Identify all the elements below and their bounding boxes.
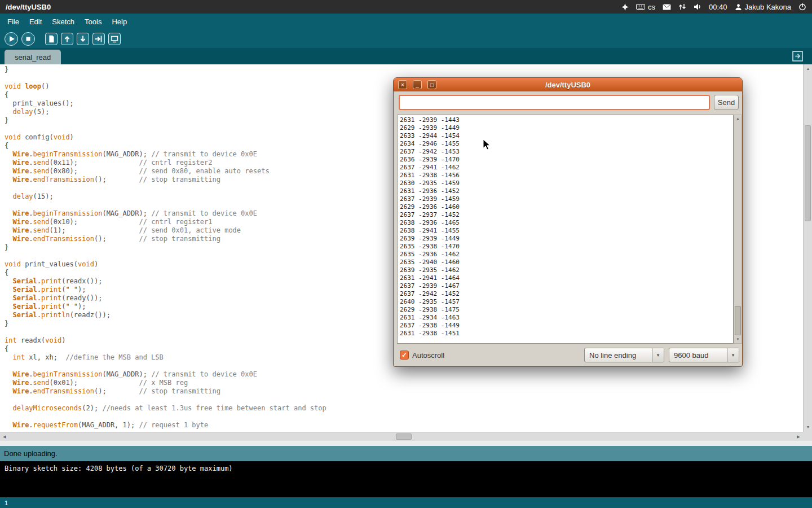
network-sync-icon[interactable] [678,3,686,11]
active-window-title: /dev/ttyUSB0 [6,3,51,11]
scrollbar-corner [803,432,812,441]
baud-rate-select[interactable]: 9600 baud ▾ [669,348,739,362]
keyboard-icon [636,3,645,10]
serial-monitor-icon [109,33,120,45]
code-line: } [5,65,803,74]
serial-monitor-button[interactable] [108,33,121,45]
serial-line: 2631 -2939 -1443 [400,116,731,124]
new-sketch-button[interactable] [45,33,58,45]
serial-line: 2637 -2937 -1452 [400,211,731,219]
toolbar [0,29,812,48]
close-icon[interactable]: × [398,80,407,89]
upload-button[interactable] [92,33,105,45]
serial-output[interactable]: 2631 -2939 -14432629 -2939 -14492633 -29… [397,115,734,344]
menu-sketch[interactable]: Sketch [47,15,80,29]
send-button[interactable]: Send [714,95,739,110]
mail-icon[interactable] [663,4,671,10]
scroll-right-arrow-icon[interactable]: ▶ [794,432,803,441]
line-ending-select[interactable]: No line ending ▾ [584,348,664,362]
stop-button[interactable] [21,32,35,46]
serial-line: 2629 -2939 -1449 [400,124,731,132]
serial-line: 2637 -2942 -1452 [400,290,731,298]
serial-monitor-title: /dev/ttyUSB0 [545,81,590,89]
code-line: Wire.beginTransmission(MAG_ADDR); // tra… [5,370,803,379]
serial-line: 2630 -2935 -1459 [400,179,731,187]
serial-line: 2635 -2938 -1470 [400,243,731,251]
serial-send-input[interactable] [399,95,710,110]
code-line [5,396,803,404]
desktop: /dev/ttyUSB0 cs 00:40 Jakub Kakona File … [0,0,812,508]
top-panel: /dev/ttyUSB0 cs 00:40 Jakub Kakona [0,0,812,14]
serial-line: 2639 -2939 -1449 [400,235,731,243]
line-number-indicator: 1 [5,500,8,506]
serial-line: 2631 -2938 -1451 [400,330,731,338]
line-ending-value: No line ending [585,351,652,360]
divider-strip [0,441,812,446]
tab-label: serial_read [15,53,51,62]
chevron-down-icon: ▾ [652,348,664,362]
user-name-label: Jakub Kakona [745,3,791,11]
new-file-icon [46,33,57,45]
console-text: Binary sketch size: 4208 bytes (of a 307… [5,465,233,472]
maximize-icon[interactable]: □ [427,80,436,89]
editor-horizontal-scrollbar[interactable]: ◀ ▶ [0,432,803,441]
down-arrow-icon [77,33,89,45]
open-sketch-button[interactable] [61,33,73,45]
window-controls: × _ □ [398,80,436,89]
user-menu[interactable]: Jakub Kakona [735,3,791,11]
tab-serial-read[interactable]: serial_read [5,50,61,64]
autoscroll-label: Autoscroll [412,351,444,360]
serial-line: 2633 -2944 -1454 [400,132,731,140]
scroll-down-arrow-icon[interactable]: ▼ [804,423,812,432]
scroll-left-arrow-icon[interactable]: ◀ [0,432,9,441]
menu-help[interactable]: Help [107,15,132,29]
serial-line: 2631 -2941 -1464 [400,274,731,282]
vertical-scroll-thumb[interactable] [805,125,811,221]
serial-line: 2637 -2942 -1453 [400,148,731,156]
console-output[interactable]: Binary sketch size: 4208 bytes (of a 307… [0,461,812,497]
serial-line: 2636 -2939 -1470 [400,156,731,164]
tab-menu-button[interactable] [792,51,803,62]
status-message: Done uploading. [4,449,58,458]
system-tray: cs 00:40 Jakub Kakona [621,3,806,11]
scroll-up-arrow-icon[interactable]: ▲ [804,64,812,73]
status-bar: Done uploading. [0,446,812,461]
clock[interactable]: 00:40 [709,3,727,11]
minimize-icon[interactable]: _ [413,80,422,89]
verify-button[interactable] [5,32,18,46]
volume-icon[interactable] [694,3,701,11]
play-icon [5,33,17,45]
serial-monitor-titlebar[interactable]: /dev/ttyUSB0 [394,78,742,91]
serial-monitor-window: /dev/ttyUSB0 × _ □ Send 2631 -2939 -1443… [393,77,743,367]
user-icon [735,3,742,11]
save-sketch-button[interactable] [77,33,89,45]
serial-scroll-up-icon[interactable]: ▲ [734,115,742,122]
serial-scroll-down-icon[interactable]: ▼ [734,336,742,343]
serial-line: 2637 -2938 -1449 [400,322,731,330]
serial-scroll-thumb[interactable] [735,306,741,335]
serial-scrollbar[interactable]: ▲ ▼ [734,115,742,344]
applet-star-icon[interactable] [621,3,629,11]
footer-bar: 1 [0,497,812,508]
code-line: Wire.endTransmission(); // stop transmit… [5,387,803,396]
serial-line: 2629 -2938 -1475 [400,306,731,314]
serial-line: 2629 -2936 -1460 [400,203,731,211]
serial-line: 2634 -2946 -1455 [400,140,731,148]
serial-line: 2638 -2941 -1455 [400,227,731,235]
power-icon[interactable] [798,3,806,11]
serial-line: 2631 -2936 -1452 [400,187,731,195]
up-arrow-icon [61,33,73,45]
serial-line: 2637 -2939 -1467 [400,282,731,290]
menu-file[interactable]: File [2,15,24,29]
autoscroll-checkbox[interactable]: ✓ [400,351,409,360]
code-line [5,413,803,421]
menu-tools[interactable]: Tools [80,15,107,29]
menu-edit[interactable]: Edit [24,15,47,29]
check-icon: ✓ [401,351,407,359]
keyboard-layout-indicator[interactable]: cs [636,3,655,11]
code-line: Wire.send(0x01); // x MSB reg [5,379,803,387]
code-line: Wire.requestFrom(MAG_ADDR, 1); // reques… [5,421,803,430]
stop-icon [22,33,34,45]
editor-vertical-scrollbar[interactable]: ▲ ▼ [803,64,812,432]
horizontal-scroll-thumb[interactable] [396,433,412,440]
